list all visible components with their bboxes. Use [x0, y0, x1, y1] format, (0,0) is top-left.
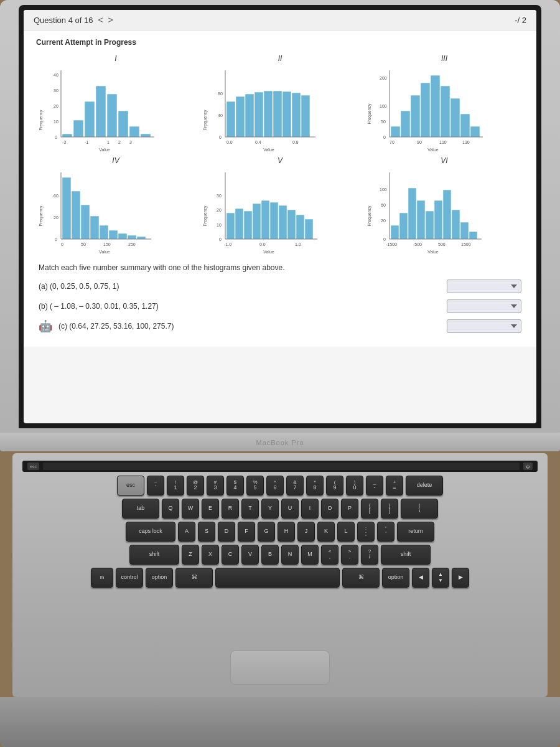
nav-next-arrow[interactable]: >	[108, 15, 113, 25]
histograms-grid: I Frequency 0 10 20 30 40	[36, 54, 524, 253]
key-fn[interactable]: fn	[91, 568, 113, 588]
key-y[interactable]: Y	[261, 499, 279, 519]
key-9[interactable]: (9	[326, 476, 343, 496]
question-title: Question 4 of 16	[34, 16, 93, 25]
key-delete[interactable]: delete	[406, 476, 443, 496]
key-backslash[interactable]: |\	[401, 499, 438, 519]
key-n[interactable]: N	[281, 545, 299, 565]
svg-rect-10	[107, 94, 117, 137]
svg-rect-108	[391, 225, 399, 239]
key-1[interactable]: !1	[167, 476, 184, 496]
svg-rect-49	[421, 83, 430, 137]
macbook-label: MacBook Pro	[256, 439, 304, 446]
key-4[interactable]: $4	[226, 476, 244, 496]
svg-text:0.4: 0.4	[255, 140, 261, 144]
key-return[interactable]: return	[397, 522, 434, 542]
key-rbracket[interactable]: }]	[381, 499, 398, 519]
key-e[interactable]: E	[202, 499, 219, 519]
nav-prev-arrow[interactable]: <	[98, 15, 103, 25]
svg-rect-94	[287, 210, 296, 239]
key-option[interactable]: option	[146, 568, 173, 588]
key-shift-left[interactable]: shift	[129, 545, 179, 565]
key-g[interactable]: G	[258, 522, 275, 542]
answer-select-b[interactable]: I II III IV V VI	[447, 299, 521, 313]
key-esc[interactable]: esc	[117, 476, 144, 496]
key-t[interactable]: T	[241, 499, 259, 519]
key-arrow-right[interactable]: ▶	[452, 568, 469, 588]
key-k[interactable]: K	[317, 522, 335, 542]
svg-rect-88	[235, 209, 243, 239]
svg-text:0: 0	[219, 237, 222, 242]
svg-rect-12	[129, 126, 139, 137]
key-command-right[interactable]: ⌘	[342, 568, 380, 588]
key-8[interactable]: *8	[306, 476, 324, 496]
touch-bar-esc[interactable]: esc	[27, 463, 39, 470]
key-slash[interactable]: ?/	[361, 545, 378, 565]
key-command-left[interactable]: ⌘	[175, 568, 213, 588]
key-l[interactable]: L	[337, 522, 355, 542]
key-quote[interactable]: "'	[377, 522, 394, 542]
key-i[interactable]: I	[301, 499, 319, 519]
key-shift-right[interactable]: shift	[381, 545, 431, 565]
key-j[interactable]: J	[297, 522, 315, 542]
svg-rect-68	[81, 205, 90, 239]
key-h[interactable]: H	[278, 522, 295, 542]
key-control[interactable]: control	[116, 568, 143, 588]
key-equals[interactable]: +=	[386, 476, 403, 496]
key-c[interactable]: C	[222, 545, 239, 565]
key-b[interactable]: B	[261, 545, 279, 565]
key-s[interactable]: S	[198, 522, 215, 542]
svg-rect-13	[141, 134, 151, 137]
key-a[interactable]: A	[178, 522, 195, 542]
key-u[interactable]: U	[281, 499, 299, 519]
key-arrow-left[interactable]: ◀	[412, 568, 429, 588]
svg-rect-46	[391, 126, 400, 137]
key-tab[interactable]: tab	[122, 499, 159, 519]
svg-rect-9	[96, 86, 106, 137]
trackpad[interactable]	[230, 651, 330, 685]
key-0[interactable]: )0	[346, 476, 363, 496]
key-minus[interactable]: _-	[366, 476, 383, 496]
question-label-b: (b) ( – 1.08, – 0.30, 0.01, 0.35, 1.27)	[39, 302, 441, 311]
key-v[interactable]: V	[241, 545, 259, 565]
key-z[interactable]: Z	[182, 545, 199, 565]
svg-rect-53	[460, 114, 470, 137]
histogram-II: II Frequency 0 40 80	[200, 54, 360, 151]
answer-select-a[interactable]: I II III IV V VI	[447, 280, 521, 293]
key-d[interactable]: D	[218, 522, 235, 542]
key-x[interactable]: X	[202, 545, 219, 565]
key-3[interactable]: #3	[207, 476, 224, 496]
svg-text:0: 0	[55, 237, 57, 242]
key-tilde[interactable]: ~`	[147, 476, 164, 496]
histogram-IV: IV Frequency 0 20 60	[36, 156, 195, 253]
key-w[interactable]: W	[182, 499, 199, 519]
key-f[interactable]: F	[238, 522, 255, 542]
svg-rect-29	[254, 92, 263, 137]
svg-rect-52	[450, 98, 460, 137]
key-semicolon[interactable]: :;	[357, 522, 375, 542]
key-lbracket[interactable]: {[	[361, 499, 378, 519]
key-arrow-up-down[interactable]: ▲▼	[432, 568, 449, 588]
key-o[interactable]: O	[321, 499, 338, 519]
key-q[interactable]: Q	[162, 499, 179, 519]
answer-select-c[interactable]: I II III IV V VI	[447, 319, 521, 333]
key-capslock[interactable]: caps lock	[126, 522, 175, 542]
key-2[interactable]: @2	[187, 476, 204, 496]
key-r[interactable]: R	[222, 499, 239, 519]
key-7[interactable]: &7	[286, 476, 304, 496]
key-5[interactable]: %5	[246, 476, 264, 496]
touch-bar-power[interactable]: ⏻	[523, 463, 533, 470]
key-6[interactable]: ^6	[266, 476, 284, 496]
key-period[interactable]: >.	[341, 545, 358, 565]
svg-text:Value: Value	[263, 148, 274, 151]
key-comma[interactable]: <,	[321, 545, 338, 565]
key-m[interactable]: M	[301, 545, 319, 565]
key-space[interactable]	[215, 568, 340, 588]
svg-text:20: 20	[381, 218, 386, 223]
svg-text:3: 3	[129, 140, 132, 144]
svg-text:Frequency: Frequency	[203, 110, 208, 131]
svg-rect-6	[62, 134, 72, 137]
histogram-I: I Frequency 0 10 20 30 40	[36, 54, 195, 151]
key-option-right[interactable]: option	[382, 568, 409, 588]
key-p[interactable]: P	[341, 499, 358, 519]
